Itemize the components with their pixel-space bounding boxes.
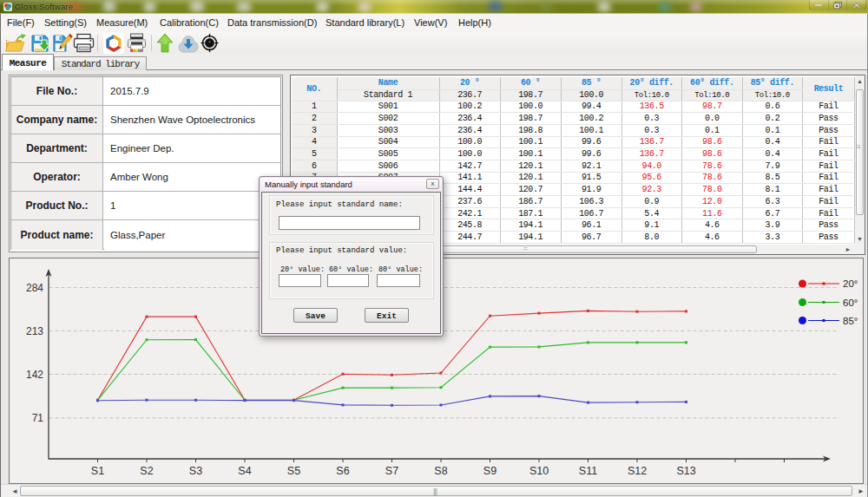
- svg-text:S11: S11: [579, 465, 597, 477]
- svg-text:284: 284: [26, 282, 43, 294]
- svg-text:213: 213: [26, 325, 43, 337]
- svg-text:142: 142: [26, 369, 43, 381]
- svg-text:S12: S12: [628, 465, 647, 477]
- svg-text:60°: 60°: [843, 298, 858, 308]
- svg-text:S9: S9: [483, 465, 496, 477]
- svg-text:71: 71: [32, 412, 44, 424]
- svg-text:S13: S13: [676, 465, 695, 477]
- svg-text:S10: S10: [529, 465, 549, 477]
- svg-text:S8: S8: [434, 465, 447, 477]
- svg-text:85°: 85°: [843, 316, 858, 326]
- svg-text:S5: S5: [287, 465, 300, 477]
- svg-text:S4: S4: [238, 465, 251, 477]
- svg-text:S1: S1: [91, 465, 104, 477]
- svg-text:20°: 20°: [843, 278, 858, 289]
- svg-text:S7: S7: [385, 465, 398, 477]
- svg-text:S3: S3: [189, 465, 202, 477]
- svg-text:S6: S6: [336, 465, 349, 477]
- svg-text:S2: S2: [140, 465, 153, 477]
